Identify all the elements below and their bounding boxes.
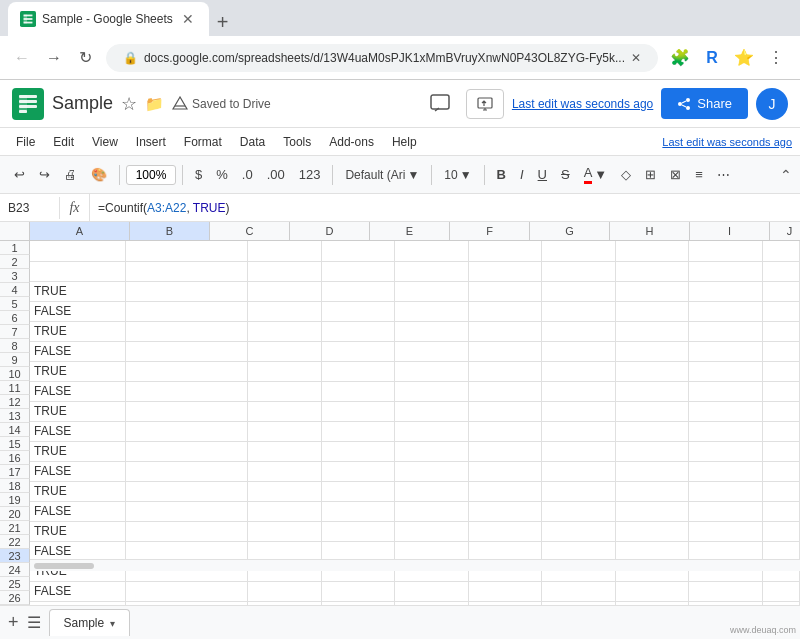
cell-j12[interactable] (762, 461, 799, 481)
cell-i8[interactable] (689, 381, 763, 401)
cell-g12[interactable] (542, 461, 616, 481)
cell-h7[interactable] (615, 361, 689, 381)
cell-g14[interactable] (542, 501, 616, 521)
currency-button[interactable]: $ (189, 163, 208, 186)
cell-e14[interactable] (395, 501, 469, 521)
menu-edit[interactable]: Edit (45, 131, 82, 153)
cell-d4[interactable] (321, 301, 395, 321)
cell-h1[interactable] (615, 241, 689, 261)
row-num-22[interactable]: 22 (0, 535, 30, 549)
menu-data[interactable]: Data (232, 131, 273, 153)
cell-i6[interactable] (689, 341, 763, 361)
cell-i3[interactable] (689, 281, 763, 301)
cell-b18[interactable] (125, 581, 248, 601)
cell-j2[interactable] (762, 261, 799, 281)
cell-j8[interactable] (762, 381, 799, 401)
decimal-increase-button[interactable]: .00 (261, 163, 291, 186)
add-sheet-button[interactable]: + (8, 612, 19, 633)
row-num-15[interactable]: 15 (0, 437, 30, 451)
paint-format-button[interactable]: 🎨 (85, 163, 113, 186)
cell-i12[interactable] (689, 461, 763, 481)
cell-c1[interactable] (248, 241, 322, 261)
cell-i11[interactable] (689, 441, 763, 461)
bold-button[interactable]: B (491, 163, 512, 186)
cell-j16[interactable] (762, 541, 799, 561)
fill-color-button[interactable]: ◇ (615, 163, 637, 186)
col-header-e[interactable]: E (370, 222, 450, 240)
forward-button[interactable]: → (42, 44, 66, 72)
cell-c13[interactable] (248, 481, 322, 501)
cell-a4[interactable]: FALSE (30, 301, 125, 321)
cell-f4[interactable] (468, 301, 542, 321)
cell-f2[interactable] (468, 261, 542, 281)
cell-b7[interactable] (125, 361, 248, 381)
last-edit-text[interactable]: Last edit was seconds ago (512, 97, 653, 111)
cell-g5[interactable] (542, 321, 616, 341)
cell-h9[interactable] (615, 401, 689, 421)
row-num-4[interactable]: 4 (0, 283, 30, 297)
menu-format[interactable]: Format (176, 131, 230, 153)
percent-button[interactable]: % (210, 163, 234, 186)
cell-a6[interactable]: FALSE (30, 341, 125, 361)
underline-button[interactable]: U (532, 163, 553, 186)
cell-g11[interactable] (542, 441, 616, 461)
cell-a16[interactable]: FALSE (30, 541, 125, 561)
menu-insert[interactable]: Insert (128, 131, 174, 153)
col-header-j[interactable]: J (770, 222, 800, 240)
cell-b6[interactable] (125, 341, 248, 361)
menu-view[interactable]: View (84, 131, 126, 153)
cell-f1[interactable] (468, 241, 542, 261)
row-num-5[interactable]: 5 (0, 297, 30, 311)
cell-h15[interactable] (615, 521, 689, 541)
cell-g2[interactable] (542, 261, 616, 281)
cell-h3[interactable] (615, 281, 689, 301)
cell-a8[interactable]: FALSE (30, 381, 125, 401)
cell-i13[interactable] (689, 481, 763, 501)
cell-d14[interactable] (321, 501, 395, 521)
extensions-button[interactable]: 🧩 (666, 44, 694, 72)
row-num-6[interactable]: 6 (0, 311, 30, 325)
redo-button[interactable]: ↪ (33, 163, 56, 186)
cell-d10[interactable] (321, 421, 395, 441)
menu-file[interactable]: File (8, 131, 43, 153)
cell-d12[interactable] (321, 461, 395, 481)
font-selector[interactable]: Default (Ari ▼ (339, 165, 425, 185)
comment-button[interactable] (422, 86, 458, 122)
cell-f9[interactable] (468, 401, 542, 421)
cell-i10[interactable] (689, 421, 763, 441)
cell-a10[interactable]: FALSE (30, 421, 125, 441)
row-num-14[interactable]: 14 (0, 423, 30, 437)
cell-b11[interactable] (125, 441, 248, 461)
row-num-8[interactable]: 8 (0, 339, 30, 353)
cell-j7[interactable] (762, 361, 799, 381)
cell-a13[interactable]: TRUE (30, 481, 125, 501)
col-header-c[interactable]: C (210, 222, 290, 240)
hide-toolbar-button[interactable]: ⌃ (780, 167, 792, 183)
col-header-b[interactable]: B (130, 222, 210, 240)
cell-g8[interactable] (542, 381, 616, 401)
cell-j9[interactable] (762, 401, 799, 421)
cell-c6[interactable] (248, 341, 322, 361)
cell-b3[interactable] (125, 281, 248, 301)
cell-f16[interactable] (468, 541, 542, 561)
cell-f8[interactable] (468, 381, 542, 401)
cell-b14[interactable] (125, 501, 248, 521)
cell-a1[interactable] (30, 241, 125, 261)
cell-i9[interactable] (689, 401, 763, 421)
share-button[interactable]: Share (661, 88, 748, 119)
cell-i18[interactable] (689, 581, 763, 601)
row-num-1[interactable]: 1 (0, 241, 30, 255)
cell-d2[interactable] (321, 261, 395, 281)
cell-f14[interactable] (468, 501, 542, 521)
col-header-a[interactable]: A (30, 222, 130, 240)
cell-d9[interactable] (321, 401, 395, 421)
cell-j10[interactable] (762, 421, 799, 441)
font-size-selector[interactable]: 10 ▼ (438, 165, 477, 185)
cell-b10[interactable] (125, 421, 248, 441)
row-num-11[interactable]: 11 (0, 381, 30, 395)
cell-j5[interactable] (762, 321, 799, 341)
cell-c12[interactable] (248, 461, 322, 481)
cell-a9[interactable]: TRUE (30, 401, 125, 421)
user-avatar[interactable]: J (756, 88, 788, 120)
cell-i1[interactable] (689, 241, 763, 261)
